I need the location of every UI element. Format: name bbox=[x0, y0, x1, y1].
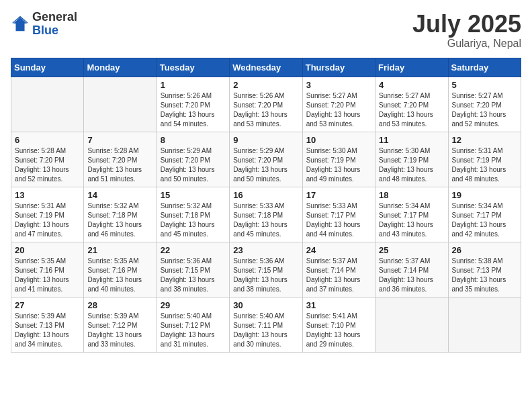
weekday-header-monday: Monday bbox=[84, 58, 157, 77]
calendar-cell: 29Sunrise: 5:40 AM Sunset: 7:12 PM Dayli… bbox=[157, 297, 229, 352]
day-number: 21 bbox=[87, 245, 152, 255]
day-info: Sunrise: 5:35 AM Sunset: 7:16 PM Dayligh… bbox=[87, 257, 152, 294]
day-info: Sunrise: 5:31 AM Sunset: 7:19 PM Dayligh… bbox=[15, 201, 80, 239]
calendar-cell: 8Sunrise: 5:29 AM Sunset: 7:20 PM Daylig… bbox=[157, 132, 229, 187]
calendar-cell: 21Sunrise: 5:35 AM Sunset: 7:16 PM Dayli… bbox=[84, 242, 157, 297]
calendar-cell: 9Sunrise: 5:29 AM Sunset: 7:20 PM Daylig… bbox=[230, 132, 302, 187]
day-info: Sunrise: 5:37 AM Sunset: 7:14 PM Dayligh… bbox=[379, 257, 444, 294]
day-number: 26 bbox=[452, 245, 517, 255]
calendar-cell: 7Sunrise: 5:28 AM Sunset: 7:20 PM Daylig… bbox=[84, 132, 157, 187]
day-number: 29 bbox=[161, 300, 226, 310]
calendar-cell: 24Sunrise: 5:37 AM Sunset: 7:14 PM Dayli… bbox=[302, 242, 375, 297]
calendar-cell: 20Sunrise: 5:35 AM Sunset: 7:16 PM Dayli… bbox=[11, 242, 84, 297]
calendar-cell: 28Sunrise: 5:39 AM Sunset: 7:12 PM Dayli… bbox=[84, 297, 157, 352]
calendar-cell: 25Sunrise: 5:37 AM Sunset: 7:14 PM Dayli… bbox=[375, 242, 448, 297]
day-info: Sunrise: 5:26 AM Sunset: 7:20 PM Dayligh… bbox=[161, 91, 226, 129]
month-year-title: July 2025 bbox=[412, 11, 521, 38]
location-subtitle: Gulariya, Nepal bbox=[412, 38, 521, 50]
calendar-cell: 11Sunrise: 5:30 AM Sunset: 7:19 PM Dayli… bbox=[375, 132, 448, 187]
calendar-cell: 4Sunrise: 5:27 AM Sunset: 7:20 PM Daylig… bbox=[375, 77, 448, 132]
day-info: Sunrise: 5:32 AM Sunset: 7:18 PM Dayligh… bbox=[87, 201, 152, 239]
calendar-week-row: 1Sunrise: 5:26 AM Sunset: 7:20 PM Daylig… bbox=[11, 77, 521, 132]
calendar-cell: 27Sunrise: 5:39 AM Sunset: 7:13 PM Dayli… bbox=[11, 297, 84, 352]
title-block: July 2025 Gulariya, Nepal bbox=[412, 11, 521, 50]
day-info: Sunrise: 5:33 AM Sunset: 7:18 PM Dayligh… bbox=[233, 201, 298, 239]
day-info: Sunrise: 5:30 AM Sunset: 7:19 PM Dayligh… bbox=[306, 146, 371, 184]
day-number: 11 bbox=[379, 135, 444, 145]
calendar-cell: 14Sunrise: 5:32 AM Sunset: 7:18 PM Dayli… bbox=[84, 187, 157, 242]
weekday-header-wednesday: Wednesday bbox=[230, 58, 302, 77]
day-number: 24 bbox=[306, 245, 371, 255]
day-info: Sunrise: 5:40 AM Sunset: 7:11 PM Dayligh… bbox=[233, 312, 298, 349]
day-info: Sunrise: 5:40 AM Sunset: 7:12 PM Dayligh… bbox=[161, 312, 226, 349]
calendar-cell: 22Sunrise: 5:36 AM Sunset: 7:15 PM Dayli… bbox=[157, 242, 229, 297]
day-number: 8 bbox=[161, 135, 226, 145]
day-info: Sunrise: 5:28 AM Sunset: 7:20 PM Dayligh… bbox=[87, 146, 152, 184]
day-info: Sunrise: 5:31 AM Sunset: 7:19 PM Dayligh… bbox=[452, 146, 517, 184]
day-number: 31 bbox=[306, 300, 371, 310]
day-number: 15 bbox=[161, 190, 226, 200]
logo-blue: Blue bbox=[32, 24, 77, 38]
calendar-week-row: 13Sunrise: 5:31 AM Sunset: 7:19 PM Dayli… bbox=[11, 187, 521, 242]
day-number: 25 bbox=[379, 245, 444, 255]
day-info: Sunrise: 5:39 AM Sunset: 7:12 PM Dayligh… bbox=[87, 312, 152, 349]
calendar-cell: 13Sunrise: 5:31 AM Sunset: 7:19 PM Dayli… bbox=[11, 187, 84, 242]
calendar-cell: 1Sunrise: 5:26 AM Sunset: 7:20 PM Daylig… bbox=[157, 77, 229, 132]
day-info: Sunrise: 5:34 AM Sunset: 7:17 PM Dayligh… bbox=[379, 201, 444, 239]
day-info: Sunrise: 5:41 AM Sunset: 7:10 PM Dayligh… bbox=[306, 312, 371, 349]
calendar-cell bbox=[84, 77, 157, 132]
day-info: Sunrise: 5:32 AM Sunset: 7:18 PM Dayligh… bbox=[161, 201, 226, 239]
day-info: Sunrise: 5:34 AM Sunset: 7:17 PM Dayligh… bbox=[452, 201, 517, 239]
calendar-cell: 23Sunrise: 5:36 AM Sunset: 7:15 PM Dayli… bbox=[230, 242, 302, 297]
calendar-cell: 5Sunrise: 5:27 AM Sunset: 7:20 PM Daylig… bbox=[448, 77, 521, 132]
day-number: 22 bbox=[161, 245, 226, 255]
day-number: 14 bbox=[87, 190, 152, 200]
day-number: 16 bbox=[233, 190, 298, 200]
day-number: 13 bbox=[15, 190, 80, 200]
day-number: 6 bbox=[15, 135, 80, 145]
calendar-cell: 26Sunrise: 5:38 AM Sunset: 7:13 PM Dayli… bbox=[448, 242, 521, 297]
calendar-week-row: 6Sunrise: 5:28 AM Sunset: 7:20 PM Daylig… bbox=[11, 132, 521, 187]
calendar-cell bbox=[11, 77, 84, 132]
weekday-header-tuesday: Tuesday bbox=[157, 58, 229, 77]
day-number: 2 bbox=[233, 80, 298, 90]
calendar-table: SundayMondayTuesdayWednesdayThursdayFrid… bbox=[11, 58, 521, 353]
weekday-header-saturday: Saturday bbox=[448, 58, 521, 77]
day-number: 19 bbox=[452, 190, 517, 200]
day-info: Sunrise: 5:30 AM Sunset: 7:19 PM Dayligh… bbox=[379, 146, 444, 184]
day-number: 12 bbox=[452, 135, 517, 145]
day-number: 20 bbox=[15, 245, 80, 255]
day-number: 17 bbox=[306, 190, 371, 200]
calendar-cell: 6Sunrise: 5:28 AM Sunset: 7:20 PM Daylig… bbox=[11, 132, 84, 187]
day-info: Sunrise: 5:27 AM Sunset: 7:20 PM Dayligh… bbox=[379, 91, 444, 129]
calendar-cell: 30Sunrise: 5:40 AM Sunset: 7:11 PM Dayli… bbox=[230, 297, 302, 352]
svg-marker-0 bbox=[13, 17, 28, 32]
day-number: 5 bbox=[452, 80, 517, 90]
calendar-cell: 16Sunrise: 5:33 AM Sunset: 7:18 PM Dayli… bbox=[230, 187, 302, 242]
weekday-header-friday: Friday bbox=[375, 58, 448, 77]
day-info: Sunrise: 5:33 AM Sunset: 7:17 PM Dayligh… bbox=[306, 201, 371, 239]
day-number: 3 bbox=[306, 80, 371, 90]
day-number: 30 bbox=[233, 300, 298, 310]
calendar-cell: 2Sunrise: 5:26 AM Sunset: 7:20 PM Daylig… bbox=[230, 77, 302, 132]
weekday-header-sunday: Sunday bbox=[11, 58, 84, 77]
day-info: Sunrise: 5:39 AM Sunset: 7:13 PM Dayligh… bbox=[15, 312, 80, 349]
day-number: 7 bbox=[87, 135, 152, 145]
day-info: Sunrise: 5:29 AM Sunset: 7:20 PM Dayligh… bbox=[233, 146, 298, 184]
day-info: Sunrise: 5:26 AM Sunset: 7:20 PM Dayligh… bbox=[233, 91, 298, 129]
day-number: 1 bbox=[161, 80, 226, 90]
calendar-cell: 10Sunrise: 5:30 AM Sunset: 7:19 PM Dayli… bbox=[302, 132, 375, 187]
day-info: Sunrise: 5:36 AM Sunset: 7:15 PM Dayligh… bbox=[161, 257, 226, 294]
calendar-cell: 17Sunrise: 5:33 AM Sunset: 7:17 PM Dayli… bbox=[302, 187, 375, 242]
calendar-cell bbox=[375, 297, 448, 352]
day-number: 18 bbox=[379, 190, 444, 200]
calendar-cell: 19Sunrise: 5:34 AM Sunset: 7:17 PM Dayli… bbox=[448, 187, 521, 242]
calendar-cell: 31Sunrise: 5:41 AM Sunset: 7:10 PM Dayli… bbox=[302, 297, 375, 352]
day-number: 9 bbox=[233, 135, 298, 145]
day-info: Sunrise: 5:38 AM Sunset: 7:13 PM Dayligh… bbox=[452, 257, 517, 294]
day-info: Sunrise: 5:36 AM Sunset: 7:15 PM Dayligh… bbox=[233, 257, 298, 294]
logo: General Blue bbox=[11, 11, 77, 38]
day-number: 10 bbox=[306, 135, 371, 145]
weekday-header-thursday: Thursday bbox=[302, 58, 375, 77]
day-number: 4 bbox=[379, 80, 444, 90]
